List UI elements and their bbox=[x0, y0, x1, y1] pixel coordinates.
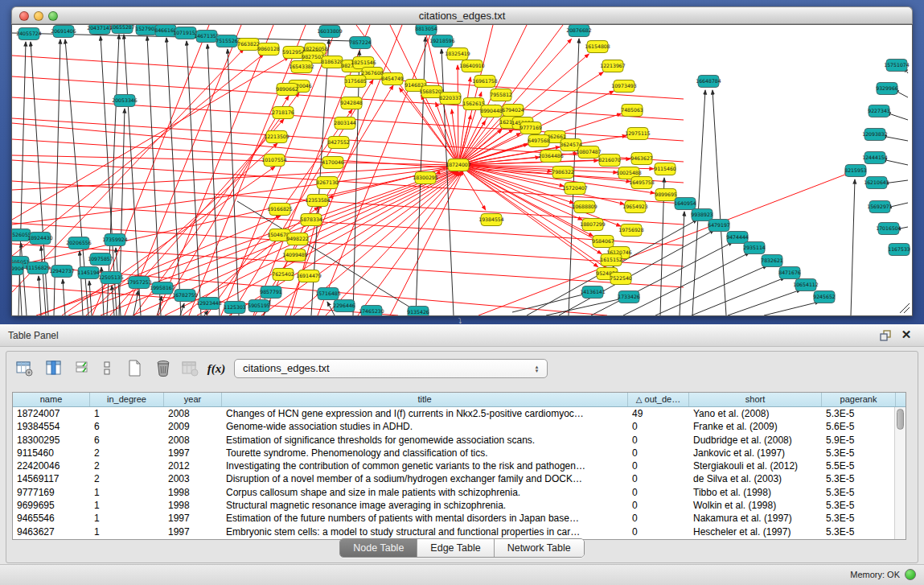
table-cell[interactable]: 1 bbox=[90, 525, 164, 538]
table-cell[interactable]: Corpus callosum shape and size in male p… bbox=[222, 486, 628, 499]
splitter-handle[interactable]: ⤵ bbox=[455, 319, 465, 324]
table-cell[interactable]: 0 bbox=[628, 420, 689, 433]
table-cell[interactable]: 9465546 bbox=[13, 512, 90, 525]
table-cell[interactable]: Dudbridge et al. (2008) bbox=[689, 434, 822, 447]
delete-column-icon[interactable] bbox=[153, 358, 174, 379]
scrollbar-thumb[interactable] bbox=[897, 409, 904, 430]
table-row[interactable]: 2242004622012Investigating the contribut… bbox=[13, 459, 894, 472]
tab-network-table[interactable]: Network Table bbox=[495, 539, 584, 557]
table-cell[interactable]: 1997 bbox=[164, 512, 222, 525]
table-cell[interactable]: 2 bbox=[90, 472, 164, 485]
tab-node-table[interactable]: Node Table bbox=[340, 539, 417, 557]
table-cell[interactable]: Estimation of significance thresholds fo… bbox=[222, 434, 628, 447]
table-cell[interactable]: 2 bbox=[90, 459, 164, 472]
rows-icon[interactable] bbox=[97, 358, 117, 379]
table-cell[interactable]: 0 bbox=[628, 499, 689, 512]
new-column-icon[interactable] bbox=[124, 358, 145, 379]
table-cell[interactable]: 1 bbox=[90, 512, 164, 525]
table-cell[interactable]: Wolkin et al. (1998) bbox=[689, 499, 822, 512]
table-cell[interactable]: 6 bbox=[90, 420, 164, 433]
table-cell[interactable]: Genome-wide association studies in ADHD. bbox=[222, 420, 628, 433]
network-view[interactable]: 1872400776638229860128591295418226058982… bbox=[11, 24, 913, 316]
column-header-title[interactable]: title bbox=[222, 393, 628, 406]
table-panel-titlebar[interactable]: Table Panel ✕ bbox=[0, 324, 924, 347]
table-cell[interactable]: 49 bbox=[628, 407, 689, 420]
table-cell[interactable]: Embryonic stem cells: a model to study s… bbox=[222, 525, 628, 538]
table-cell[interactable]: 0 bbox=[628, 472, 689, 485]
table-cell[interactable]: 9115460 bbox=[13, 447, 90, 459]
table-cell[interactable]: 5.3E-5 bbox=[822, 407, 896, 420]
column-header-year[interactable]: year bbox=[164, 393, 222, 406]
network-window-titlebar[interactable]: citations_edges.txt bbox=[11, 6, 913, 24]
table-cell[interactable]: 5.3E-5 bbox=[822, 499, 896, 512]
table-cell[interactable]: Structural magnetic resonance image aver… bbox=[222, 499, 628, 512]
show-columns-icon[interactable] bbox=[43, 358, 64, 379]
table-cell[interactable]: Disruption of a novel member of a sodium… bbox=[222, 472, 628, 485]
table-cell[interactable]: 0 bbox=[628, 486, 689, 499]
float-panel-icon[interactable] bbox=[879, 329, 892, 342]
network-window[interactable]: citations_edges.txt 18724007766382298601… bbox=[11, 6, 913, 316]
table-cell[interactable]: 1 bbox=[90, 407, 164, 420]
table-cell[interactable]: 5.3E-5 bbox=[822, 512, 896, 525]
table-cell[interactable]: 18724007 bbox=[13, 407, 90, 420]
memory-status-icon[interactable] bbox=[905, 569, 916, 580]
table-row[interactable]: 911546021997Tourette syndrome. Phenomeno… bbox=[13, 447, 894, 459]
table-cell[interactable]: 5.3E-5 bbox=[822, 472, 896, 485]
table-cell[interactable]: 9777169 bbox=[13, 486, 90, 499]
table-cell[interactable]: 1998 bbox=[164, 499, 222, 512]
table-cell[interactable]: Franke et al. (2009) bbox=[689, 420, 822, 433]
table-cell[interactable]: Tourette syndrome. Phenomenology and cla… bbox=[222, 447, 628, 459]
table-cell[interactable]: Nakamura et al. (1997) bbox=[689, 512, 822, 525]
table-cell[interactable]: 1 bbox=[90, 486, 164, 499]
table-row[interactable]: 1938455462009Genome-wide association stu… bbox=[13, 420, 894, 433]
table-cell[interactable]: 2 bbox=[90, 447, 164, 459]
table-cell[interactable]: 0 bbox=[628, 447, 689, 459]
table-selector-dropdown[interactable]: citations_edges.txt ▲▼ bbox=[234, 359, 548, 378]
table-cell[interactable]: 14569117 bbox=[13, 472, 90, 485]
table-cell[interactable]: de Silva et al. (2003) bbox=[689, 472, 822, 485]
table-cell[interactable]: 5.3E-5 bbox=[822, 486, 896, 499]
column-header-out_de[interactable]: △out_de… bbox=[628, 393, 689, 406]
table-cell[interactable]: 2012 bbox=[164, 459, 222, 472]
column-header-pagerank[interactable]: pagerank bbox=[822, 393, 896, 406]
column-header-name[interactable]: name bbox=[13, 393, 90, 406]
table-row[interactable]: 1872400712008Changes of HCN gene express… bbox=[13, 407, 894, 420]
table-cell[interactable]: 5.5E-5 bbox=[822, 459, 896, 472]
table-row[interactable]: 969969511998Structural magnetic resonanc… bbox=[13, 499, 894, 512]
table-cell[interactable]: 9463627 bbox=[13, 525, 90, 538]
table-cell[interactable]: 1998 bbox=[164, 486, 222, 499]
table-cell[interactable]: 0 bbox=[628, 434, 689, 447]
table-cell[interactable]: Tibbo et al. (1998) bbox=[689, 486, 822, 499]
function-builder-icon[interactable]: f(x) bbox=[206, 358, 227, 379]
table-cell[interactable]: 22420046 bbox=[13, 459, 90, 472]
close-panel-icon[interactable]: ✕ bbox=[900, 328, 913, 342]
table-cell[interactable]: 2008 bbox=[164, 407, 222, 420]
table-cell[interactable]: 5.6E-5 bbox=[822, 420, 896, 433]
table-cell[interactable]: Estimation of the future numbers of pati… bbox=[222, 512, 628, 525]
table-row[interactable]: 1456911722003Disruption of a novel membe… bbox=[13, 472, 894, 485]
table-cell[interactable]: Stergiakouli et al. (2012) bbox=[689, 459, 822, 472]
table-cell[interactable]: Investigating the contribution of common… bbox=[222, 459, 628, 472]
table-cell[interactable]: Changes of HCN gene expression and I(f) … bbox=[222, 407, 628, 420]
table-cell[interactable]: 6 bbox=[90, 434, 164, 447]
table-row[interactable]: 1830029562008Estimation of significance … bbox=[13, 434, 894, 447]
table-cell[interactable]: 0 bbox=[628, 525, 689, 538]
table-cell[interactable]: 1 bbox=[90, 499, 164, 512]
table-cell[interactable]: 9699695 bbox=[13, 499, 90, 512]
select-checklist-icon[interactable] bbox=[72, 358, 93, 379]
table-cell[interactable]: 5.3E-5 bbox=[822, 525, 896, 538]
table-row[interactable]: 946362711997Embryonic stem cells: a mode… bbox=[13, 525, 894, 538]
table-cell[interactable]: Jankovic et al. (1997) bbox=[689, 447, 822, 459]
tab-edge-table[interactable]: Edge Table bbox=[417, 539, 494, 557]
table-mode-icon[interactable] bbox=[14, 358, 35, 379]
table-cell[interactable]: 0 bbox=[628, 512, 689, 525]
network-canvas[interactable]: 1872400776638229860128591295418226058982… bbox=[12, 25, 912, 315]
column-header-short[interactable]: short bbox=[689, 393, 822, 406]
table-cell[interactable]: 2003 bbox=[164, 472, 222, 485]
table-cell[interactable]: 5.3E-5 bbox=[822, 447, 896, 459]
table-cell[interactable]: 1997 bbox=[164, 447, 222, 459]
table-cell[interactable]: 18300295 bbox=[13, 434, 90, 447]
table-cell[interactable]: 0 bbox=[628, 459, 689, 472]
table-row[interactable]: 946554611997Estimation of the future num… bbox=[13, 512, 894, 525]
table-cell[interactable]: 2009 bbox=[164, 420, 222, 433]
